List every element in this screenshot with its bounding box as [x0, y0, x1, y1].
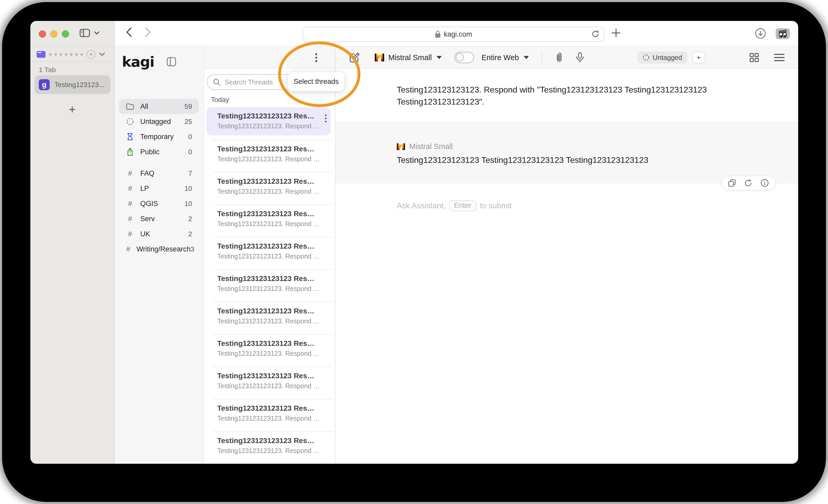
new-tab-group-icon[interactable]: + [87, 50, 95, 59]
downloads-button[interactable] [754, 27, 767, 40]
info-icon[interactable] [760, 179, 769, 187]
close-window-button[interactable] [39, 30, 46, 38]
new-thread-compose-icon[interactable] [349, 47, 360, 68]
grid-view-icon[interactable] [749, 47, 759, 68]
chat-toolbar: Mistral Small Entire Web [335, 47, 798, 68]
attach-file-button[interactable] [554, 47, 564, 68]
model-selector[interactable]: Mistral Small [375, 47, 442, 68]
sidebar-tag-item[interactable]: All 59 [115, 99, 204, 114]
mistral-logo-icon [397, 143, 405, 150]
tag-icon [126, 102, 134, 111]
thread-subtitle: Testing123123123123. Respond … [217, 415, 324, 422]
sidebar-tag-item[interactable]: # Writing/Research 3 [115, 241, 204, 257]
tag-list-primary: All 59 Untagged 25 Temporary 0 [115, 99, 204, 159]
sidebar-tag-item[interactable]: # LP 10 [115, 181, 204, 196]
forward-button[interactable] [145, 27, 151, 37]
tag-count: 0 [189, 133, 192, 141]
tag-count: 59 [184, 102, 192, 110]
thread-subtitle: Testing123123123123. Respond … [217, 447, 324, 455]
tag-count: 7 [189, 169, 192, 178]
tag-label: QGIS [140, 200, 184, 208]
tag-label: FAQ [140, 169, 189, 178]
thread-subtitle: Testing123123123123. Respond … [217, 220, 324, 228]
browser-sidebar: + 1 Tab g Testing123123... + [30, 21, 115, 464]
threads-panel: Today Testing123123123123 Res… Testing12… [204, 47, 335, 464]
chevron-down-icon[interactable] [94, 31, 99, 35]
message-actions [721, 176, 776, 190]
thread-tag-badge[interactable]: Untagged + [637, 47, 705, 68]
thread-list-item[interactable]: Testing123123123123 Res… Testing12312312… [206, 302, 331, 334]
toggle-knob [456, 53, 464, 61]
tab-group-dots [49, 53, 83, 56]
browser-tab-item[interactable]: g Testing123123... [35, 75, 111, 94]
screenshot-canvas: + 1 Tab g Testing123123... + [0, 0, 828, 504]
new-tab-button[interactable]: + [65, 102, 80, 117]
thread-list-item[interactable]: Testing123123123123 Res… Testing12312312… [206, 204, 331, 237]
copy-icon[interactable] [728, 179, 736, 187]
window-controls [39, 30, 69, 38]
thread-list-item[interactable]: Testing123123123123 Res… Testing12312312… [206, 431, 331, 464]
kagi-favicon: g [39, 79, 50, 90]
tag-count: 10 [184, 185, 192, 193]
safari-window: + 1 Tab g Testing123123... + [30, 21, 798, 464]
tag-count: 0 [189, 148, 192, 156]
thread-title: Testing123123123123 Res… [217, 145, 324, 153]
thread-list-item[interactable]: Testing123123123123 Res… Testing12312312… [206, 172, 331, 204]
sidebar-tag-item[interactable]: # Serv 2 [115, 211, 204, 226]
extension-eyes-icon[interactable] [776, 28, 790, 39]
tag-label: Serv [140, 215, 189, 223]
thread-list-item[interactable]: Testing123123123123 Res… Testing12312312… [206, 334, 331, 366]
tag-list-hash: # FAQ 7 # LP 10 # QGIS 10 [115, 166, 204, 257]
chat-area: Mistral Small Entire Web [335, 47, 798, 464]
sidebar-tag-item[interactable]: Untagged 25 [115, 114, 204, 129]
new-tab-plus-button[interactable] [611, 28, 621, 38]
microphone-button[interactable] [575, 47, 585, 68]
reload-icon[interactable] [591, 30, 599, 38]
url-bar[interactable]: kagi.com [302, 27, 605, 42]
menu-hamburger-icon[interactable] [774, 47, 785, 68]
thread-list-item[interactable]: Testing123123123123 Res… Testing12312312… [206, 269, 331, 302]
select-threads-tooltip[interactable]: Select threads [288, 72, 344, 91]
thread-list-item[interactable]: Testing123123123123 Res… Testing12312312… [206, 366, 331, 399]
collapse-sidebar-icon[interactable] [167, 57, 176, 66]
chevron-down-icon[interactable] [99, 52, 105, 56]
tag-icon [126, 147, 134, 156]
thread-list-item[interactable]: Testing123123123123 Res… Testing12312312… [206, 399, 331, 431]
assistant-input[interactable]: Ask Assistant, Enter to submit [397, 200, 511, 211]
hash-icon: # [126, 214, 134, 223]
thread-list-item[interactable]: Testing123123123123 Res… Testing12312312… [206, 237, 331, 269]
web-access-toggle[interactable] [454, 47, 474, 68]
tag-label: LP [140, 185, 184, 193]
kagi-logo-row: kagi [122, 51, 176, 73]
thread-subtitle: Testing123123123123. Respond … [217, 122, 324, 130]
assistant-model-row: Mistral Small [397, 142, 453, 151]
tag-icon [126, 117, 134, 126]
minimize-window-button[interactable] [50, 30, 57, 38]
tag-count: 10 [184, 200, 192, 208]
thread-list: Testing123123123123 Res… Testing12312312… [204, 107, 335, 464]
thread-list-item[interactable]: Testing123123123123 Res… Testing12312312… [206, 140, 331, 172]
sidebar-tag-item[interactable]: Temporary 0 [115, 129, 204, 144]
toggle-sidebar-icon[interactable] [80, 29, 90, 37]
sidebar-tag-item[interactable]: # QGIS 10 [115, 196, 204, 211]
sidebar-tag-item[interactable]: # FAQ 7 [115, 166, 204, 181]
enter-keycap: Enter [449, 200, 476, 211]
zoom-window-button[interactable] [62, 30, 69, 38]
thread-title: Testing123123123123 Res… [217, 307, 324, 315]
add-tag-button[interactable]: + [692, 51, 705, 63]
back-button[interactable] [126, 27, 132, 37]
sidebar-tag-item[interactable]: Public 0 [115, 144, 204, 159]
thread-subtitle: Testing123123123123. Respond … [217, 382, 324, 390]
scope-selector[interactable]: Entire Web [482, 47, 529, 68]
toolbar-divider [542, 51, 542, 64]
toggle-switch[interactable] [454, 52, 474, 63]
threads-menu-kebab-icon[interactable] [312, 50, 320, 65]
assistant-model-label: Mistral Small [409, 142, 453, 151]
sidebar-tag-item[interactable]: # UK 2 [115, 226, 204, 241]
regenerate-icon[interactable] [744, 179, 752, 187]
scope-label: Entire Web [482, 53, 519, 62]
tab-group-icon[interactable] [37, 51, 46, 58]
thread-kebab-icon[interactable] [325, 114, 327, 122]
thread-list-item[interactable]: Testing123123123123 Res… Testing12312312… [206, 107, 331, 135]
url-text: kagi.com [444, 30, 472, 38]
